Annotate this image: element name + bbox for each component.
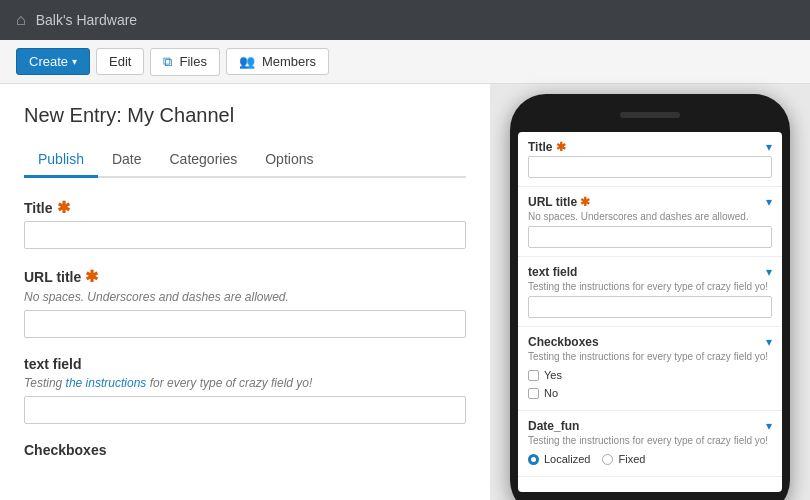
phone-speaker	[620, 112, 680, 118]
phone-checkboxes-label: Checkboxes	[528, 335, 599, 349]
create-label: Create	[29, 54, 68, 69]
phone-date-fun-radios: Localized Fixed	[528, 450, 772, 468]
phone-url-title-input[interactable]	[528, 226, 772, 248]
url-title-label: URL title ✱	[24, 267, 466, 286]
phone-url-title-label: URL title ✱	[528, 195, 590, 209]
phone-checkbox-yes-input[interactable]	[528, 370, 539, 381]
phone-checkbox-no[interactable]: No	[528, 384, 772, 402]
members-icon: 👥	[239, 54, 255, 69]
phone-radio-fixed-input[interactable]	[602, 454, 613, 465]
topbar: ⌂ Balk's Hardware	[0, 0, 810, 40]
tab-publish[interactable]: Publish	[24, 143, 98, 178]
phone-checkboxes-hint: Testing the instructions for every type …	[528, 351, 772, 362]
files-button[interactable]: ⧉ Files	[150, 48, 219, 76]
phone-title-input[interactable]	[528, 156, 772, 178]
phone-text-label: text field	[528, 265, 577, 279]
title-label: Title ✱	[24, 198, 466, 217]
members-button[interactable]: 👥 Members	[226, 48, 329, 75]
phone-title-field: Title ✱ ▾	[518, 132, 782, 187]
phone-date-fun-chevron-icon: ▾	[766, 419, 772, 433]
phone-text-hint: Testing the instructions for every type …	[528, 281, 772, 292]
checkboxes-label: Checkboxes	[24, 442, 466, 458]
phone-radio-localized[interactable]: Localized	[528, 450, 590, 468]
files-icon: ⧉	[163, 54, 172, 70]
phone-checkboxes-chevron-icon: ▾	[766, 335, 772, 349]
home-icon[interactable]: ⌂	[16, 11, 26, 29]
phone-container: Title ✱ ▾ URL title ✱ ▾ No spaces. Under…	[490, 84, 810, 500]
checkboxes-field-group: Checkboxes	[24, 442, 466, 458]
chevron-down-icon: ▾	[72, 56, 77, 67]
text-field-label: text field	[24, 356, 466, 372]
phone-url-title-hint: No spaces. Underscores and dashes are al…	[528, 211, 772, 222]
phone-title-chevron-icon: ▾	[766, 140, 772, 154]
phone-url-title-field: URL title ✱ ▾ No spaces. Underscores and…	[518, 187, 782, 257]
url-title-input[interactable]	[24, 310, 466, 338]
toolbar: Create ▾ Edit ⧉ Files 👥 Members	[0, 40, 810, 84]
phone-mockup: Title ✱ ▾ URL title ✱ ▾ No spaces. Under…	[510, 94, 790, 500]
phone-checkbox-no-input[interactable]	[528, 388, 539, 399]
tab-categories[interactable]: Categories	[156, 143, 252, 178]
phone-checkbox-yes-label: Yes	[544, 369, 562, 381]
text-field-group: text field Testing the instructions for …	[24, 356, 466, 424]
site-title: Balk's Hardware	[36, 12, 138, 28]
tab-bar: Publish Date Categories Options	[24, 143, 466, 178]
edit-button[interactable]: Edit	[96, 48, 144, 75]
phone-checkbox-yes[interactable]: Yes	[528, 366, 772, 384]
create-button[interactable]: Create ▾	[16, 48, 90, 75]
phone-text-input[interactable]	[528, 296, 772, 318]
tab-options[interactable]: Options	[251, 143, 327, 178]
phone-date-fun-hint: Testing the instructions for every type …	[528, 435, 772, 446]
phone-checkboxes-field: Checkboxes ▾ Testing the instructions fo…	[518, 327, 782, 411]
phone-radio-localized-input[interactable]	[528, 454, 539, 465]
phone-radio-localized-label: Localized	[544, 453, 590, 465]
url-title-required-star: ✱	[85, 267, 98, 286]
text-field-input[interactable]	[24, 396, 466, 424]
main-content: New Entry: My Channel Publish Date Categ…	[0, 84, 810, 500]
phone-checkbox-no-label: No	[544, 387, 558, 399]
page-title: New Entry: My Channel	[24, 104, 466, 127]
tab-date[interactable]: Date	[98, 143, 156, 178]
title-input[interactable]	[24, 221, 466, 249]
title-field-group: Title ✱	[24, 198, 466, 249]
files-label: Files	[179, 54, 206, 69]
phone-screen: Title ✱ ▾ URL title ✱ ▾ No spaces. Under…	[518, 132, 782, 492]
phone-url-title-chevron-icon: ▾	[766, 195, 772, 209]
phone-text-chevron-icon: ▾	[766, 265, 772, 279]
phone-title-label: Title ✱	[528, 140, 566, 154]
url-title-field-group: URL title ✱ No spaces. Underscores and d…	[24, 267, 466, 338]
title-required-star: ✱	[57, 198, 70, 217]
url-title-hint: No spaces. Underscores and dashes are al…	[24, 290, 466, 304]
members-label: Members	[262, 54, 316, 69]
content-panel: New Entry: My Channel Publish Date Categ…	[0, 84, 490, 500]
edit-label: Edit	[109, 54, 131, 69]
phone-radio-fixed[interactable]: Fixed	[602, 450, 645, 468]
phone-date-fun-field: Date_fun ▾ Testing the instructions for …	[518, 411, 782, 477]
phone-date-fun-label: Date_fun	[528, 419, 579, 433]
phone-text-field: text field ▾ Testing the instructions fo…	[518, 257, 782, 327]
phone-radio-fixed-label: Fixed	[618, 453, 645, 465]
text-field-hint: Testing the instructions for every type …	[24, 376, 466, 390]
